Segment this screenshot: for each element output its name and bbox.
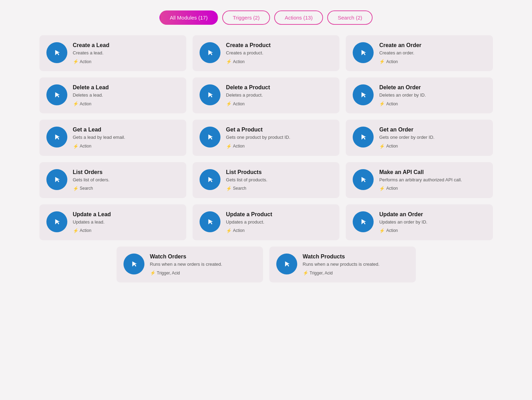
card-body: Update a Product Updates a product. ⚡ Ac… <box>226 211 332 233</box>
filter-btn-search[interactable]: Search (2) <box>327 10 373 25</box>
card-tag: ⚡ Action <box>226 59 332 64</box>
card-tag: ⚡ Action <box>73 101 179 106</box>
module-card[interactable]: Get a Lead Gets a lead by lead email. ⚡ … <box>39 120 186 156</box>
bottom-module-card[interactable]: Watch Orders Runs when a new orders is c… <box>117 247 263 282</box>
bolt-icon: ⚡ <box>226 144 232 149</box>
module-card[interactable]: Update a Lead Updates a lead. ⚡ Action <box>39 204 186 240</box>
card-icon <box>46 127 67 148</box>
card-tag-label: Action <box>80 144 91 149</box>
card-title: Delete an Order <box>379 84 486 91</box>
card-tag: ⚡ Action <box>226 144 332 149</box>
card-tag-label: Search <box>80 186 93 191</box>
card-body: List Orders Gets list of orders. ⚡ Searc… <box>73 169 179 191</box>
module-grid: Create a Lead Creates a lead. ⚡ Action C… <box>39 35 493 240</box>
card-desc: Performs an arbitrary authorized API cal… <box>379 177 486 183</box>
card-icon <box>46 211 67 232</box>
card-icon <box>200 42 220 63</box>
card-desc: Creates an order. <box>379 50 486 56</box>
card-title: Watch Orders <box>150 254 256 260</box>
card-tag-label: Action <box>233 228 245 233</box>
bolt-icon: ⚡ <box>226 101 232 106</box>
card-title: Update an Order <box>379 211 486 218</box>
card-title: Get an Order <box>379 127 486 133</box>
card-icon <box>276 254 297 274</box>
card-desc: Updates an order by ID. <box>379 219 486 225</box>
bolt-icon: ⚡ <box>379 101 385 106</box>
card-icon <box>200 211 220 232</box>
card-title: Get a Product <box>226 127 332 133</box>
card-tag: ⚡ Action <box>73 59 179 64</box>
bolt-icon: ⚡ <box>73 228 78 233</box>
card-desc: Gets a lead by lead email. <box>73 134 179 141</box>
card-tag: ⚡ Action <box>73 144 179 149</box>
card-desc: Gets one order by order ID. <box>379 134 486 141</box>
card-desc: Updates a lead. <box>73 219 179 225</box>
module-card[interactable]: Update a Product Updates a product. ⚡ Ac… <box>193 204 339 240</box>
card-desc: Deletes a lead. <box>73 92 179 98</box>
card-icon <box>353 84 374 105</box>
card-desc: Deletes a product. <box>226 92 332 98</box>
card-icon <box>123 254 144 274</box>
card-body: Watch Products Runs when a new products … <box>303 254 409 276</box>
card-icon <box>200 169 220 190</box>
filter-bar: All Modules (17)Triggers (2)Actions (13)… <box>7 10 525 25</box>
card-tag-label: Action <box>386 228 398 233</box>
card-title: List Products <box>226 169 332 175</box>
card-tag-label: Action <box>386 144 398 149</box>
card-body: Create an Order Creates an order. ⚡ Acti… <box>379 42 486 64</box>
card-tag: ⚡ Action <box>226 101 332 106</box>
card-tag-label: Action <box>233 144 245 149</box>
bolt-icon: ⚡ <box>379 59 385 64</box>
module-card[interactable]: Create a Product Creates a product. ⚡ Ac… <box>193 35 339 71</box>
card-tag: ⚡ Action <box>226 228 332 233</box>
module-card[interactable]: Create an Order Creates an order. ⚡ Acti… <box>346 35 493 71</box>
module-card[interactable]: Update an Order Updates an order by ID. … <box>346 204 493 240</box>
card-title: List Orders <box>73 169 179 175</box>
card-tag-label: Action <box>80 228 91 233</box>
card-body: Get an Order Gets one order by order ID.… <box>379 127 486 149</box>
module-card[interactable]: Delete a Product Deletes a product. ⚡ Ac… <box>193 77 339 113</box>
card-title: Watch Products <box>303 254 409 260</box>
module-card[interactable]: Get a Product Gets one product by produc… <box>193 120 339 156</box>
module-card[interactable]: Create a Lead Creates a lead. ⚡ Action <box>39 35 186 71</box>
card-body: Create a Lead Creates a lead. ⚡ Action <box>73 42 179 64</box>
card-desc: Gets list of orders. <box>73 177 179 183</box>
card-body: Create a Product Creates a product. ⚡ Ac… <box>226 42 332 64</box>
bolt-icon: ⚡ <box>379 228 385 233</box>
bottom-module-card[interactable]: Watch Products Runs when a new products … <box>269 247 416 282</box>
card-body: Make an API Call Performs an arbitrary a… <box>379 169 486 191</box>
bottom-row: Watch Orders Runs when a new orders is c… <box>7 247 525 282</box>
module-card[interactable]: Make an API Call Performs an arbitrary a… <box>346 162 493 198</box>
filter-btn-all[interactable]: All Modules (17) <box>159 10 218 25</box>
card-icon <box>353 127 374 148</box>
card-tag-label: Action <box>233 101 245 106</box>
card-tag-label: Action <box>386 59 398 64</box>
bolt-icon: ⚡ <box>226 228 232 233</box>
card-tag-label: Action <box>80 59 91 64</box>
bolt-icon: ⚡ <box>379 186 385 191</box>
card-desc: Runs when a new products is created. <box>303 261 409 267</box>
card-body: Delete a Product Deletes a product. ⚡ Ac… <box>226 84 332 106</box>
module-card[interactable]: Get an Order Gets one order by order ID.… <box>346 120 493 156</box>
card-tag-label: Action <box>386 186 398 191</box>
card-title: Update a Lead <box>73 211 179 218</box>
bolt-icon: ⚡ <box>226 59 232 64</box>
card-title: Update a Product <box>226 211 332 218</box>
card-title: Delete a Lead <box>73 84 179 91</box>
card-body: Get a Lead Gets a lead by lead email. ⚡ … <box>73 127 179 149</box>
filter-btn-triggers[interactable]: Triggers (2) <box>222 10 270 25</box>
card-tag: ⚡ Trigger, Acid <box>150 270 256 276</box>
module-card[interactable]: List Products Gets list of products. ⚡ S… <box>193 162 339 198</box>
card-desc: Updates a product. <box>226 219 332 225</box>
module-card[interactable]: List Orders Gets list of orders. ⚡ Searc… <box>39 162 186 198</box>
card-desc: Creates a product. <box>226 50 332 56</box>
card-tag: ⚡ Action <box>379 101 486 106</box>
card-tag-label: Search <box>233 186 246 191</box>
module-card[interactable]: Delete a Lead Deletes a lead. ⚡ Action <box>39 77 186 113</box>
card-icon <box>46 84 67 105</box>
filter-btn-actions[interactable]: Actions (13) <box>274 10 323 25</box>
card-icon <box>46 42 67 63</box>
module-card[interactable]: Delete an Order Deletes an order by ID. … <box>346 77 493 113</box>
card-tag: ⚡ Search <box>226 186 332 191</box>
card-title: Get a Lead <box>73 127 179 133</box>
